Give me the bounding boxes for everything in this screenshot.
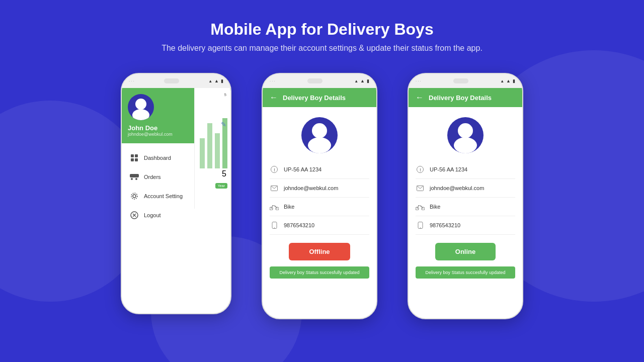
notch-dots-2: ··· [270, 79, 276, 83]
svg-point-8 [135, 178, 137, 180]
vehicle-number-offline: ! UP-56 AA 1234 [270, 160, 369, 179]
dashboard-label: Dashboard [144, 155, 171, 161]
bike-icon-offline [270, 202, 279, 211]
wifi-icon: ▲ [214, 78, 219, 83]
phone-detail-online: 9876543210 [416, 216, 515, 235]
page-title: Mobile App for Delivery Boys [0, 20, 644, 39]
delivery-avatar-online [409, 107, 522, 160]
info-icon-offline: ! [270, 165, 279, 174]
svg-rect-4 [131, 158, 134, 161]
svg-rect-3 [135, 154, 138, 157]
phones-container: ··· ▲ ▲ ▮ John Doe johndoe@webk [0, 68, 644, 319]
notch-bar-3: ··· ▲ ▲ ▮ [409, 74, 522, 88]
detail-list-online: ! UP-56 AA 1234 johndoe@webkul.com [409, 160, 522, 235]
account-setting-icon [130, 192, 139, 201]
email-icon-offline [270, 184, 279, 193]
phone-offline: ··· ▲ ▲ ▮ ← Delivery Boy Details [262, 73, 377, 319]
svg-rect-14 [200, 138, 205, 168]
offline-toast: Delivery boy Status succesfully updated [270, 266, 369, 279]
chart-number: 5 [222, 169, 226, 178]
logout-icon [130, 211, 139, 220]
delivery-title-online: Delivery Boy Details [429, 94, 492, 102]
dashboard-icon [130, 153, 139, 162]
offline-button[interactable]: Offline [289, 243, 350, 260]
svg-point-37 [420, 227, 421, 228]
phone-online: ··· ▲ ▲ ▮ ← Delivery Boy Details [408, 73, 523, 319]
battery-icon: ▮ [221, 78, 223, 83]
status-icons-1: ▲ ▲ ▮ [208, 78, 223, 83]
phone2-screen: ← Delivery Boy Details ! [263, 88, 376, 318]
chart-number-label: 5 [224, 92, 226, 98]
online-btn-container: Online [409, 235, 522, 264]
avatar [128, 94, 154, 120]
signal-icon: ▲ [208, 79, 212, 83]
online-button[interactable]: Online [435, 243, 496, 260]
phone-text-offline: 9876543210 [284, 222, 314, 228]
svg-point-9 [133, 195, 136, 198]
delivery-header-offline: ← Delivery Boy Details [263, 88, 376, 107]
svg-text:!: ! [420, 167, 421, 172]
bike-text-online: Bike [430, 204, 440, 210]
notch-dots-3: ··· [416, 79, 422, 83]
orders-icon [130, 172, 139, 182]
detail-list-offline: ! UP-56 AA 1234 johndoe@webkul.com [263, 160, 376, 235]
bike-detail-offline: Bike [270, 198, 369, 216]
avatar-large-circle-offline [301, 117, 338, 153]
phone-icon-offline [270, 221, 279, 230]
notch-camera-1 [164, 78, 179, 83]
wifi-icon-2: ▲ [360, 78, 365, 83]
svg-point-29 [454, 137, 477, 153]
notch-camera-2 [307, 78, 323, 83]
back-button-offline[interactable]: ← [270, 93, 278, 102]
delivery-avatar-offline [263, 107, 376, 160]
bike-icon-online [416, 202, 425, 211]
svg-point-35 [418, 205, 419, 206]
email-text-offline: johndoe@webkul.com [284, 185, 338, 191]
battery-icon-3: ▮ [513, 78, 515, 83]
online-toast: Delivery boy Status succesfully updated [416, 266, 515, 279]
vehicle-number-online: ! UP-56 AA 1234 [416, 160, 515, 179]
phone-sidebar: ··· ▲ ▲ ▮ John Doe johndoe@webk [121, 73, 231, 314]
svg-point-25 [272, 205, 273, 206]
wifi-icon-3: ▲ [506, 78, 511, 83]
svg-point-7 [131, 178, 133, 180]
year-btn[interactable]: Year [215, 183, 227, 189]
orders-label: Orders [144, 174, 161, 180]
svg-rect-15 [207, 123, 212, 168]
phone-detail-offline: 9876543210 [270, 216, 369, 235]
email-text-online: johndoe@webkul.com [430, 185, 484, 191]
bike-text-offline: Bike [284, 204, 294, 210]
edit-icon: ✎ [221, 121, 226, 128]
svg-point-0 [135, 99, 146, 110]
phone-text-online: 9876543210 [430, 222, 460, 228]
svg-rect-16 [215, 133, 220, 168]
svg-rect-2 [131, 154, 134, 157]
status-icons-2: ▲ ▲ ▮ [354, 78, 369, 83]
status-icons-3: ▲ ▲ ▮ [500, 78, 515, 83]
avatar-large-circle-online [447, 117, 484, 153]
email-detail-offline: johndoe@webkul.com [270, 179, 369, 198]
signal-icon-2: ▲ [354, 79, 358, 83]
account-label: Account Setting [144, 193, 183, 199]
bike-detail-online: Bike [416, 198, 515, 216]
notch-dots-1: ··· [129, 79, 135, 83]
svg-point-19 [308, 137, 331, 153]
phone-icon-online [416, 221, 425, 230]
page-header: Mobile App for Delivery Boys The deliver… [0, 0, 644, 68]
signal-icon-3: ▲ [500, 79, 504, 83]
info-icon-online: ! [416, 165, 425, 174]
logout-label: Logout [144, 212, 161, 218]
phone1-screen: John Doe johndoe@webkul.com Dashboard [122, 88, 230, 313]
battery-icon-2: ▮ [367, 78, 369, 83]
back-button-online[interactable]: ← [416, 93, 424, 102]
email-detail-online: johndoe@webkul.com [416, 179, 515, 198]
delivery-title-offline: Delivery Boy Details [283, 94, 346, 102]
svg-point-27 [274, 227, 275, 228]
delivery-header-online: ← Delivery Boy Details [409, 88, 522, 107]
svg-point-18 [312, 123, 327, 138]
phone3-screen: ← Delivery Boy Details ! [409, 88, 522, 318]
email-icon-online [416, 184, 425, 193]
offline-btn-container: Offline [263, 235, 376, 264]
svg-point-10 [131, 193, 137, 199]
chart-svg [195, 108, 230, 168]
